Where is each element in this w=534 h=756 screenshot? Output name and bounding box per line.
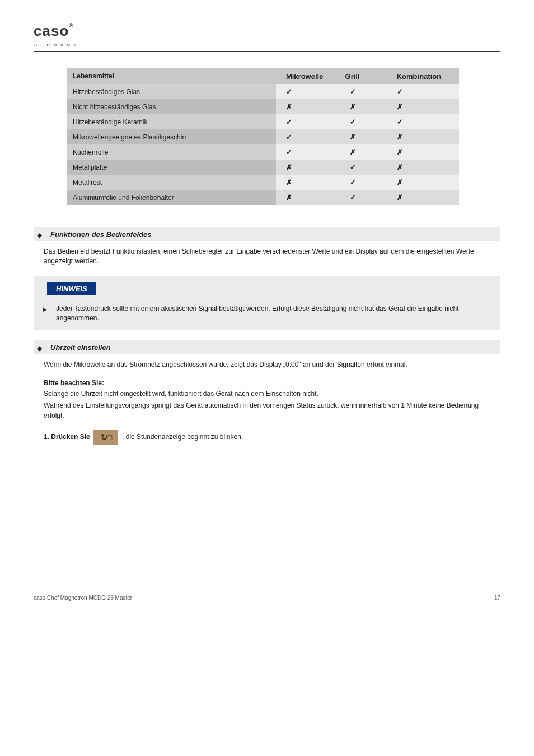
brand-subtitle: GERMANY bbox=[34, 43, 500, 48]
table-header-row: Lebensmittel Mikrowelle Grill Kombinatio… bbox=[67, 68, 459, 84]
col-combination: Kombination bbox=[387, 68, 459, 84]
brand-logo: caso® bbox=[34, 22, 74, 41]
materials-table: Lebensmittel Mikrowelle Grill Kombinatio… bbox=[67, 68, 500, 205]
section-heading-clock: ◆ Uhrzeit einstellen bbox=[34, 340, 500, 354]
notice-item: ▶ Jeder Tastendruck sollte mit einem aku… bbox=[39, 304, 495, 323]
section-body: Das Bedienfeld besitzt Funktionstasten, … bbox=[44, 247, 500, 267]
footer-model: caso Chef Magnetron MCDG 25 Master bbox=[34, 595, 132, 601]
section-heading-functions: ◆ Funktionen des Bedienfeldes bbox=[34, 227, 500, 241]
note-line: Solange die Uhrzeit nicht eingestellt wi… bbox=[44, 389, 500, 399]
table-row: Hitzebeständige Keramik✓✓✓ bbox=[67, 114, 459, 129]
diamond-icon: ◆ bbox=[37, 231, 42, 239]
notice-label: HINWEIS bbox=[47, 282, 96, 295]
col-grill: Grill bbox=[340, 68, 387, 84]
step-line: 1. Drücken Sie , die Stundenanzeige begi… bbox=[44, 430, 500, 445]
triangle-icon: ▶ bbox=[43, 305, 47, 314]
notice-box: HINWEIS ▶ Jeder Tastendruck sollte mit e… bbox=[34, 276, 500, 331]
clock-button-icon bbox=[93, 430, 118, 445]
col-microwave: Mikrowelle bbox=[276, 68, 340, 84]
col-food: Lebensmittel bbox=[67, 68, 276, 84]
diamond-icon: ◆ bbox=[37, 344, 42, 352]
table-row: Küchenrolle✓✗✗ bbox=[67, 144, 459, 160]
section-body: Wenn die Mikrowelle an das Stromnetz ang… bbox=[44, 360, 500, 370]
table-row: Aluminiumfolie und Folienbehälter✗✓✗ bbox=[67, 190, 459, 205]
note-line: Während des Einstellungsvorgangs springt… bbox=[44, 401, 500, 421]
header-rule bbox=[34, 51, 500, 52]
page-footer: caso Chef Magnetron MCDG 25 Master 17 bbox=[34, 590, 500, 601]
sub-heading: Bitte beachten Sie: bbox=[44, 379, 500, 387]
table-row: Mikrowellengeeignetes Plastikgeschirr✓✗✗ bbox=[67, 129, 459, 144]
footer-page-number: 17 bbox=[494, 595, 500, 601]
table-row: Hitzebeständiges Glas✓✓✓ bbox=[67, 84, 459, 99]
table-row: Metallrost✗✓✗ bbox=[67, 175, 459, 190]
table-row: Metallplatte✗✓✗ bbox=[67, 160, 459, 175]
table-row: Nicht hitzebeständiges Glas✗✗✗ bbox=[67, 99, 459, 114]
